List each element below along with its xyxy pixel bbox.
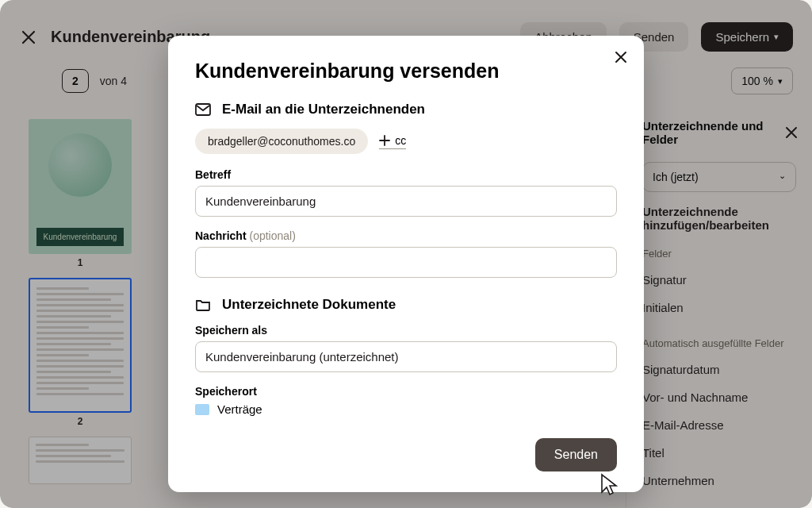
location-label: Speicherort — [195, 385, 617, 398]
subject-input[interactable] — [195, 186, 617, 217]
recipient-chip[interactable]: bradgeller@coconuthomes.co — [195, 129, 368, 154]
plus-icon — [379, 135, 390, 146]
send-modal: Kundenvereinbarung versenden E-Mail an d… — [168, 36, 644, 492]
mail-icon — [195, 103, 211, 116]
location-row[interactable]: Verträge — [195, 402, 617, 416]
message-input[interactable] — [195, 247, 617, 278]
folder-icon — [195, 298, 211, 311]
message-label: Nachricht (optional) — [195, 229, 617, 242]
close-icon[interactable] — [614, 50, 628, 64]
folder-icon — [195, 404, 209, 415]
cc-label: cc — [395, 134, 406, 147]
section-signed-title: Unterzeichnete Dokumente — [222, 297, 396, 313]
add-cc-button[interactable]: cc — [379, 134, 406, 149]
modal-title: Kundenvereinbarung versenden — [195, 60, 617, 83]
send-button[interactable]: Senden — [535, 438, 617, 471]
saveas-label: Speichern als — [195, 324, 617, 337]
saveas-input[interactable] — [195, 341, 617, 372]
subject-label: Betreff — [195, 168, 617, 181]
section-email-title: E-Mail an die Unterzeichnenden — [222, 102, 425, 117]
location-value: Verträge — [217, 402, 262, 416]
